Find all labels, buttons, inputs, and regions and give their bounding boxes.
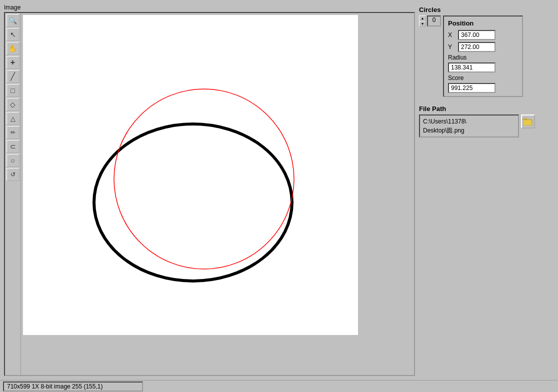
image-scroll-area[interactable]	[21, 13, 414, 375]
right-panel: Circles ▲ ▼ 0 Position X	[419, 4, 554, 376]
x-input[interactable]	[458, 30, 496, 40]
score-section: Score	[448, 74, 518, 93]
x-coord-row: X	[448, 30, 518, 40]
radius-input[interactable]	[448, 62, 496, 72]
polygon-tool[interactable]: △	[6, 112, 20, 125]
filepath-section: File Path C:\Users\11378\Desktop\圆.png	[419, 105, 554, 138]
rotate-tool[interactable]: ↺	[6, 168, 20, 181]
svg-rect-2	[523, 120, 532, 126]
x-label: X	[448, 32, 455, 38]
position-title: Position	[448, 20, 518, 27]
freehand-tool[interactable]: ✏	[6, 126, 20, 139]
image-panel-title: Image	[4, 4, 415, 11]
line-tool[interactable]: ╱	[6, 70, 20, 83]
status-bar: 710x599 1X 8-bit image 255 (155,1)	[0, 380, 558, 392]
zoom-tool[interactable]: 🔍	[6, 14, 20, 27]
radius-section: Radius	[448, 54, 518, 72]
svg-point-1	[114, 89, 294, 269]
spinner-up[interactable]: ▲	[419, 16, 426, 21]
image-canvas	[23, 15, 358, 335]
spinner-down[interactable]: ▼	[419, 21, 426, 26]
status-text: 710x599 1X 8-bit image 255 (155,1)	[3, 382, 143, 392]
drawing-svg	[23, 15, 358, 335]
score-input[interactable]	[448, 83, 496, 93]
filepath-row: C:\Users\11378\Desktop\圆.png	[419, 114, 554, 138]
circles-spinner-wrap: ▲ ▼ 0	[419, 16, 441, 26]
svg-point-0	[94, 124, 292, 281]
spinner-arrows: ▲ ▼	[419, 16, 426, 26]
pointer-tool[interactable]: ↖	[6, 28, 20, 41]
image-panel: Image 🔍 ↖ ✋ + ╱ □ ◇ △ ✏ ⊂ ○ ↺	[4, 4, 415, 376]
lasso-tool[interactable]: ⊂	[6, 140, 20, 153]
y-input[interactable]	[458, 42, 496, 52]
filepath-title: File Path	[419, 105, 554, 112]
score-label: Score	[448, 74, 518, 82]
y-label: Y	[448, 44, 455, 50]
circle-tool[interactable]: ○	[6, 154, 20, 167]
image-viewer-container: 🔍 ↖ ✋ + ╱ □ ◇ △ ✏ ⊂ ○ ↺	[4, 12, 415, 376]
circles-title: Circles	[419, 6, 554, 14]
circles-controls: ▲ ▼ 0 Position X Y	[419, 16, 554, 97]
circles-section: Circles ▲ ▼ 0 Position X	[419, 6, 554, 97]
rect-tool[interactable]: □	[6, 84, 20, 97]
hand-tool[interactable]: ✋	[6, 42, 20, 55]
diamond-tool[interactable]: ◇	[6, 98, 20, 111]
filepath-display: C:\Users\11378\Desktop\圆.png	[419, 114, 519, 138]
crosshair-tool[interactable]: +	[6, 56, 20, 69]
y-coord-row: Y	[448, 42, 518, 52]
radius-label: Radius	[448, 54, 518, 61]
circles-spinner-input[interactable]: 0	[427, 16, 441, 26]
folder-button[interactable]	[521, 114, 535, 128]
left-toolbar: 🔍 ↖ ✋ + ╱ □ ◇ △ ✏ ⊂ ○ ↺	[5, 13, 21, 375]
position-box: Position X Y Radius Score	[443, 16, 523, 97]
